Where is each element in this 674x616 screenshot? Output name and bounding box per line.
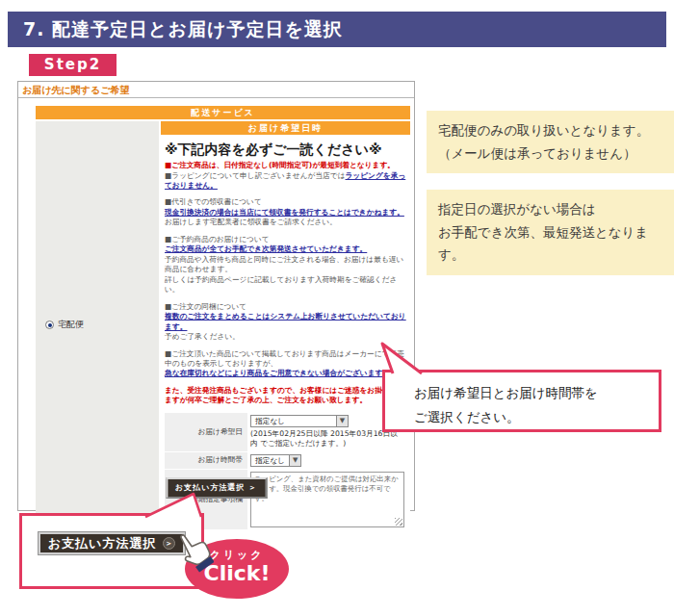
delivery-form: お届け希望日 指定なし ▼ (2015年02月25日以降 2015年03月16日…: [165, 413, 406, 529]
panel-label: お届け先に関するご希望: [18, 82, 414, 98]
takuhaibin-radio[interactable]: [45, 321, 58, 330]
page-title: 7. 配達予定日とお届け予定日を選択: [8, 12, 666, 47]
remarks-textarea[interactable]: ラッピング、また資材のご提供は対応出来かねます。現金引換での領収書発行は不可です…: [250, 472, 404, 527]
delivery-datetime-header: お届け希望日時: [161, 121, 410, 135]
receipt-link[interactable]: 現金引換決済の場合は当店にて領収書を発行することはできかねます。: [165, 208, 406, 218]
notice-line: 予めご了承ください。: [165, 332, 406, 342]
delivery-date-note: (2015年02月25日以降 2015年03月16日以内 でご指定いただけます。…: [250, 429, 404, 449]
notice-line: ■ラッピングについて申し訳ございませんが当店ではラッピングを承っておりません。: [165, 171, 406, 192]
shipping-method-cell: 宅配便: [36, 121, 159, 529]
arrow-right-circle-icon: ＞: [163, 537, 175, 550]
zoom-callout-box: お支払い方法選択 ＞: [19, 513, 204, 589]
step-badge: Step2: [29, 54, 117, 76]
click-label-jp: クリック: [185, 548, 289, 562]
speech-bubble-select-datetime: お届け希望日とお届け時間帯を ご選択ください。: [382, 370, 661, 432]
preorder-link[interactable]: ご注文商品が全てお手配でき次第発送させていただきます。: [165, 244, 406, 254]
out-of-stock-link[interactable]: 急な在庫切れなどにより商品をご用意できない場合がございます。: [165, 369, 406, 378]
notice-line: ■ご注文商品は、日付指定なし(時間指定可)が最短到着となります。: [165, 161, 406, 170]
notice-block: ※下記内容を必ずご一読ください※ ■ご注文商品は、日付指定なし(時間指定可)が最…: [161, 135, 410, 529]
notice-line: お届けします宅配業者に領収書をご請求ください。: [165, 218, 406, 227]
note-takuhaibin-only: 宅配便のみの取り扱いとなります。 （メール便は承っておりません）: [427, 111, 674, 173]
takuhaibin-radio-label: 宅配便: [58, 319, 84, 331]
chevron-down-icon: ▼: [289, 455, 300, 466]
page: 7. 配達予定日とお届け予定日を選択 Step2 お届け先に関するご希望 配送サ…: [0, 0, 674, 616]
delivery-datetime-cell: お届け希望日時 ※下記内容を必ずご一読ください※ ■ご注文商品は、日付指定なし(…: [161, 121, 410, 529]
notice-title: ※下記内容を必ずご一読ください※: [165, 141, 406, 159]
delivery-time-select[interactable]: 指定なし ▼: [250, 454, 301, 467]
notice-line: ■ご予約商品のお届けについて: [165, 235, 406, 244]
click-badge: クリック Click!: [185, 539, 289, 599]
delivery-time-label: お届け時間帯: [165, 452, 247, 469]
notice-line: 予約商品や入荷待ち商品と同時にご注文される場合、お届けは最も遅い商品に合わせます…: [165, 255, 406, 275]
resize-handle[interactable]: [395, 518, 402, 526]
notice-line: 詳しくは予約商品ページに記載しております入荷時期をご確認ください。: [165, 275, 406, 295]
delivery-preferences-panel: お届け先に関するご希望 配送サービス 宅配便 お届け希望日時 ※下記内容を必ずご…: [17, 81, 415, 511]
notice-line: ■ご注文の同梱について: [165, 302, 406, 312]
payment-method-button[interactable]: お支払い方法選択 ＞: [166, 477, 267, 499]
delivery-date-label: お届け希望日: [165, 413, 247, 451]
click-label-en: Click!: [185, 562, 289, 584]
notice-line: ■代引きでの領収書について: [165, 197, 406, 207]
notice-line: また、受注発注商品もございますので、お客様にはご迷惑をお掛け致しますが何卒ご理解…: [165, 386, 406, 406]
delivery-date-select[interactable]: 指定なし ▼: [250, 415, 349, 427]
combine-orders-link[interactable]: 複数のご注文をまとめることはシステム上お断りさせていただいております。: [165, 312, 406, 332]
chevron-down-icon: ▼: [336, 416, 348, 426]
arrow-right-icon: ＞: [248, 483, 257, 492]
note-no-date-selected: 指定日の選択がない場合は お手配でき次第、最短発送となります。: [427, 190, 674, 275]
radio-selected-icon[interactable]: [45, 321, 54, 329]
shipping-service-header: 配送サービス: [36, 106, 410, 119]
payment-method-button-enlarged[interactable]: お支払い方法選択 ＞: [39, 532, 185, 554]
shipping-table: 配送サービス 宅配便 お届け希望日時 ※下記内容を必ずご一読ください※ ■ご注文…: [36, 106, 410, 529]
notice-line: ■ご注文頂いた商品について掲載しております商品はメーカーにて販売中のものを表示し…: [165, 349, 406, 370]
